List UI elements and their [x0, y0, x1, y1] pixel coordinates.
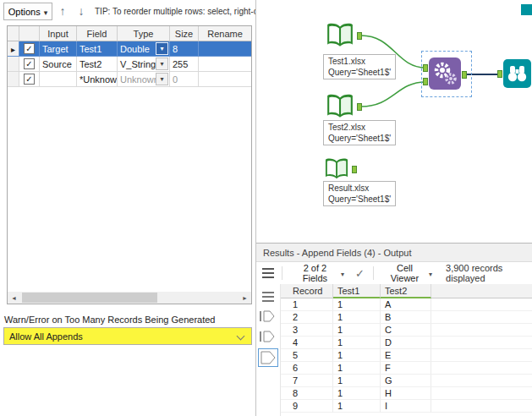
warn-error-label: Warn/Error on Too Many Records Being Gen…	[4, 315, 215, 325]
cell-test2[interactable]: G	[381, 375, 431, 387]
output-anchor[interactable]	[357, 32, 362, 40]
fields-selector[interactable]: 2 of 2 Fields	[290, 261, 348, 285]
tool-label-test1[interactable]: Test1.xlsx Query='Sheet1$'	[323, 54, 396, 79]
row-marker-cell	[8, 57, 19, 72]
cell-test2[interactable]: F	[381, 362, 431, 375]
row-checkbox-cell[interactable]	[19, 72, 40, 87]
append-fields-tool[interactable]	[429, 57, 461, 90]
results-toolbar: 2 of 2 Fields Cell Viewer 3,900 records …	[256, 262, 532, 285]
grid-empty-area	[8, 87, 251, 292]
move-up-button[interactable]	[54, 2, 71, 20]
mapping-row-source[interactable]: Source Test2 V_String 255	[8, 57, 251, 72]
options-button[interactable]: Options	[3, 3, 52, 20]
cell-size[interactable]: 255	[170, 57, 199, 72]
output-anchor[interactable]	[462, 71, 467, 79]
tool-label-test2[interactable]: Test2.xlsx Query='Sheet1$'	[323, 120, 396, 145]
record-number: 6	[281, 362, 333, 375]
cell-type[interactable]: Unknown	[118, 72, 170, 87]
chevron-down-icon	[341, 268, 344, 278]
mapping-row-unknown[interactable]: *Unknown Unknown 0	[8, 72, 251, 87]
checkbox-checked-icon[interactable]	[24, 58, 35, 69]
cell-viewer-selector[interactable]: Cell Viewer	[381, 261, 436, 285]
cell-test2[interactable]: I	[381, 400, 431, 413]
field-mapping-grid: Input Field Type Size Rename Target Test…	[7, 25, 252, 304]
cell-rename[interactable]	[199, 72, 251, 87]
cell-test1[interactable]: 1	[333, 298, 381, 311]
book-icon	[324, 157, 349, 181]
cell-test2[interactable]: A	[381, 298, 431, 311]
scroll-right-arrow-icon[interactable]	[239, 292, 251, 304]
checkbox-checked-icon[interactable]	[24, 74, 35, 85]
record-number: 4	[281, 337, 333, 349]
type-dropdown-button[interactable]	[156, 57, 168, 70]
cell-rename[interactable]	[199, 57, 251, 72]
cell-field[interactable]: Test1	[77, 41, 118, 57]
cell-input[interactable]	[40, 72, 77, 87]
cell-test1[interactable]: 1	[333, 311, 381, 324]
workflow-canvas[interactable]: Test1.xlsx Query='Sheet1$' Test2.xlsx Qu…	[256, 0, 532, 243]
table-view-button[interactable]	[260, 265, 277, 282]
chevron-down-icon	[237, 332, 245, 341]
input-anchor[interactable]	[497, 70, 502, 78]
row-checkbox-cell[interactable]	[19, 57, 40, 72]
cell-field[interactable]: *Unknown	[77, 72, 118, 87]
table-row: 1 1 A	[281, 298, 532, 311]
type-dropdown-button[interactable]	[156, 73, 168, 85]
apply-button[interactable]	[351, 265, 369, 282]
anchor-strip	[256, 284, 280, 416]
cell-test2[interactable]: C	[381, 324, 431, 337]
grid-corner-cell	[8, 26, 19, 41]
type-dropdown-button[interactable]	[156, 42, 168, 55]
input-tool-result[interactable]	[324, 157, 349, 181]
left-input-anchor-button[interactable]	[259, 309, 276, 323]
input-tool-test2[interactable]	[326, 93, 354, 120]
tool-query: Query='Sheet1$'	[328, 194, 391, 205]
column-header-test1[interactable]: Test1	[333, 284, 381, 298]
scrollbar-thumb[interactable]	[22, 293, 157, 303]
target-input-anchor[interactable]	[423, 64, 428, 72]
cell-size[interactable]: 0	[170, 72, 199, 87]
rows-icon	[262, 268, 274, 278]
column-header-record[interactable]: Record	[281, 284, 333, 298]
cell-test1[interactable]: 1	[333, 362, 381, 375]
grid-horizontal-scrollbar[interactable]	[8, 292, 251, 304]
scroll-left-arrow-icon[interactable]	[8, 292, 20, 304]
output-anchor[interactable]	[352, 166, 357, 173]
right-input-anchor-button[interactable]	[259, 330, 276, 343]
cell-test2[interactable]: B	[381, 311, 431, 324]
column-header-test2[interactable]: Test2	[381, 284, 431, 298]
table-row: 6 1 F	[281, 362, 532, 375]
tool-query: Query='Sheet1$'	[328, 133, 391, 144]
alteryx-window: Options TIP: To reorder multiple rows: s…	[0, 0, 532, 416]
cell-test2[interactable]: D	[381, 337, 431, 349]
cell-size[interactable]: 8	[170, 41, 199, 57]
source-input-anchor[interactable]	[423, 78, 428, 85]
results-grid: Record Test1 Test2 1 1 A 2 1 B 3 1 C	[280, 284, 532, 416]
checkbox-checked-icon[interactable]	[24, 43, 35, 54]
cell-type[interactable]: V_String	[118, 57, 170, 72]
input-tool-test1[interactable]	[326, 22, 354, 49]
cell-input[interactable]: Source	[40, 57, 77, 72]
output-anchor-button[interactable]	[258, 348, 278, 367]
cell-test2[interactable]: E	[381, 349, 431, 362]
cell-rename[interactable]	[199, 41, 251, 57]
cell-input[interactable]: Target	[40, 41, 77, 57]
data-view-button[interactable]	[261, 290, 276, 304]
row-checkbox-cell[interactable]	[19, 41, 40, 57]
output-anchor[interactable]	[357, 103, 362, 111]
cell-test1[interactable]: 1	[333, 324, 381, 337]
cell-field[interactable]: Test2	[77, 57, 118, 72]
cell-test1[interactable]: 1	[333, 387, 381, 400]
scrollbar-track[interactable]	[20, 292, 239, 304]
cell-type[interactable]: Double	[118, 41, 170, 57]
move-down-button[interactable]	[73, 2, 90, 20]
cell-test1[interactable]: 1	[333, 349, 381, 362]
append-mode-combobox[interactable]: Allow All Appends	[3, 327, 252, 345]
mapping-row-target[interactable]: Target Test1 Double 8	[8, 41, 251, 57]
cell-test1[interactable]: 1	[333, 337, 381, 349]
cell-test1[interactable]: 1	[333, 400, 381, 413]
browse-tool[interactable]	[503, 59, 531, 88]
tool-label-result[interactable]: Result.xlsx Query='Sheet1$'	[323, 181, 396, 206]
cell-test2[interactable]: H	[381, 387, 431, 400]
cell-test1[interactable]: 1	[333, 375, 381, 387]
